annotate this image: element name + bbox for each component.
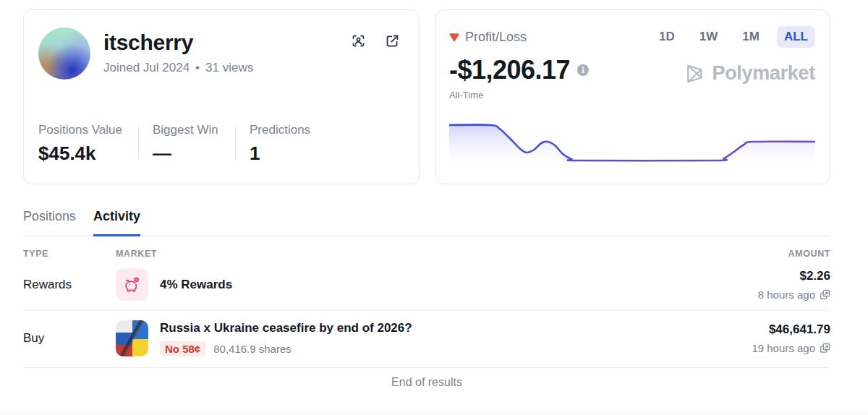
loss-triangle-icon — [449, 33, 459, 42]
activity-table-header: TYPE MARKET AMOUNT — [23, 249, 830, 259]
open-transaction-icon[interactable] — [820, 289, 830, 300]
stat-label: Biggest Win — [153, 123, 235, 137]
profile-tabs: Positions Activity — [23, 209, 830, 236]
market-title[interactable]: Russia x Ukraine ceasefire by end of 202… — [160, 321, 412, 335]
amount-cell: $46,641.79 19 hours ago — [752, 322, 830, 354]
polymarket-watermark: Polymarket — [684, 62, 815, 85]
stat-label: Positions Value — [38, 123, 138, 137]
activity-row-rewards[interactable]: Rewards 4% Rewards $2.26 8 hours ago — [23, 259, 830, 310]
info-icon[interactable]: i — [577, 64, 589, 76]
pnl-chart — [449, 122, 815, 170]
header-amount: AMOUNT — [788, 249, 830, 259]
profit-loss-card: Profit/Loss 1D 1W 1M ALL -$1,206.17 i Al… — [435, 9, 830, 184]
username: itscherry — [103, 30, 253, 55]
amount-value: $46,641.79 — [752, 322, 830, 337]
amount-value: $2.26 — [758, 269, 830, 283]
stat-value: — — [153, 142, 235, 165]
activity-row-buy[interactable]: Buy Russia x Ukraine ceasefire by end of… — [23, 310, 830, 366]
tab-positions[interactable]: Positions — [23, 209, 76, 236]
market-cell: 4% Rewards — [116, 268, 758, 301]
profile-actions — [351, 27, 400, 48]
activity-title: 4% Rewards — [160, 278, 232, 292]
stat-positions-value: Positions Value $45.4k — [38, 123, 138, 165]
outcome-badge: No 58¢ — [160, 341, 205, 356]
header-type: TYPE — [23, 249, 116, 259]
activity-type: Rewards — [23, 278, 116, 292]
time-ago: 19 hours ago — [752, 342, 815, 354]
end-of-results: End of results — [23, 367, 830, 389]
external-link-icon[interactable] — [385, 33, 400, 48]
market-text: Russia x Ukraine ceasefire by end of 202… — [160, 321, 412, 356]
polymarket-wordmark: Polymarket — [712, 62, 815, 85]
profile-identity: itscherry Joined Jul 2024 • 31 views — [103, 27, 253, 75]
tab-activity[interactable]: Activity — [93, 209, 140, 236]
profile-stats: Positions Value $45.4k Biggest Win — Pre… — [38, 123, 400, 165]
header-market: MARKET — [116, 249, 788, 259]
profile-subinfo: Joined Jul 2024 • 31 views — [103, 61, 253, 75]
bottom-divider — [0, 413, 868, 414]
shares-count: 80,416.9 shares — [213, 343, 292, 355]
range-1m-button[interactable]: 1M — [735, 26, 767, 48]
amount-cell: $2.26 8 hours ago — [758, 269, 830, 301]
pnl-sparkline — [449, 122, 815, 170]
open-transaction-icon[interactable] — [820, 343, 830, 354]
views-count: 31 views — [205, 61, 253, 75]
piggy-bank-icon — [116, 268, 148, 301]
stat-predictions: Predictions 1 — [236, 123, 310, 165]
stat-value: 1 — [250, 142, 310, 165]
range-1w-button[interactable]: 1W — [692, 26, 726, 48]
pnl-period: All-Time — [449, 90, 815, 100]
russia-ukraine-flags-image — [116, 320, 148, 356]
market-cell: Russia x Ukraine ceasefire by end of 202… — [116, 320, 752, 356]
amount-time-row: 19 hours ago — [752, 342, 830, 354]
polymarket-logo-icon — [684, 63, 705, 85]
time-ago: 8 hours ago — [758, 288, 815, 301]
avatar — [38, 27, 90, 80]
pnl-header: Profit/Loss 1D 1W 1M ALL — [449, 26, 815, 48]
activity-type: Buy — [23, 331, 116, 346]
stat-biggest-win: Biggest Win — — [139, 123, 235, 165]
crack-overlay — [116, 320, 148, 356]
dot-separator: • — [195, 61, 200, 75]
market-text: 4% Rewards — [160, 278, 232, 292]
pnl-label-group: Profit/Loss — [449, 30, 527, 45]
timeframe-selector: 1D 1W 1M ALL — [652, 26, 815, 48]
profile-header: itscherry Joined Jul 2024 • 31 views — [38, 27, 400, 80]
stat-value: $45.4k — [38, 142, 138, 165]
scan-profile-icon[interactable] — [351, 33, 366, 48]
stat-label: Predictions — [250, 123, 310, 137]
profile-card: itscherry Joined Jul 2024 • 31 views — [23, 9, 420, 184]
amount-time-row: 8 hours ago — [758, 288, 830, 301]
pnl-label: Profit/Loss — [465, 30, 527, 45]
range-all-button[interactable]: ALL — [777, 26, 815, 48]
pnl-value: -$1,206.17 — [449, 55, 570, 85]
top-cards: itscherry Joined Jul 2024 • 31 views — [23, 9, 830, 184]
joined-date: Joined Jul 2024 — [103, 61, 190, 75]
market-meta: No 58¢ 80,416.9 shares — [160, 341, 412, 356]
profile-page: itscherry Joined Jul 2024 • 31 views — [0, 0, 868, 415]
range-1d-button[interactable]: 1D — [652, 26, 682, 48]
